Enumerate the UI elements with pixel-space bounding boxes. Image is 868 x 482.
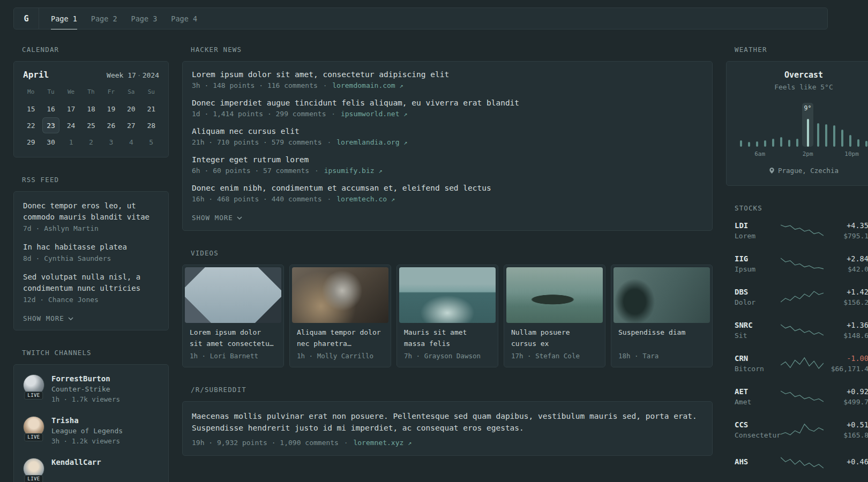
rss-item[interactable]: Sed volutpat nulla nisl, a condimentum n… [23,272,159,304]
video-card[interactable]: Nullam posuere cursus ex 17h · Stefan Co… [504,265,605,367]
subreddit-card[interactable]: Maecenas mollis pulvinar erat non posuer… [182,401,713,456]
stock-values: +2.84% $42.04 [824,254,868,273]
right-column: WEATHER Overcast Feels like 5°C 9° 6am 2… [726,46,868,482]
hn-show-more-button[interactable]: SHOW MORE [192,214,242,222]
rss-card: Donec tempor eros leo, ut commodo mauris… [13,191,169,330]
weather-bar [786,103,793,147]
video-title: Lorem ipsum dolor sit amet consectetu… [185,323,281,349]
tab-page-4[interactable]: Page 4 [171,8,197,29]
stock-sparkline [781,423,824,436]
calendar-weekday: Fr [101,86,121,101]
hn-domain-link[interactable]: ipsumworld.net ↗ [341,110,408,118]
calendar-day: 28 [143,117,160,133]
stock-name: Lorem [735,232,781,240]
hn-story-link[interactable]: Aliquam nec cursus elit [192,127,703,135]
videos-heading: VIDEOS [182,249,713,257]
video-card[interactable]: Aliquam tempor dolor nec pharetra… 1h · … [289,265,391,367]
external-link-icon: ↗ [400,82,403,89]
stock-row[interactable]: IIG Ipsum +2.84% $42.04 [735,253,868,274]
stock-symbol: AHS [735,457,781,466]
post-domain: loremnet.xyz [353,439,403,447]
external-link-icon: ↗ [403,110,407,118]
video-thumbnail [185,267,281,323]
weather-time-label: 6am [754,150,765,157]
calendar-weekday: Th [81,86,101,101]
stock-change: +2.84% [824,254,868,263]
calendar-day-selected: 23 [42,117,59,133]
app-logo[interactable]: G [14,8,39,29]
hackernews-widget: HACKER NEWS Lorem ipsum dolor sit amet, … [182,46,713,231]
dashboard-columns: CALENDAR April Week 17·2024 Mo Tu We Th … [13,46,828,482]
calendar-week-label: Week 17 [107,71,136,79]
hn-meta: 1d · 1,414 points · 299 comments · ipsum… [192,110,703,118]
channel-meta: 3h · 1.2k viewers [51,437,123,445]
weather-bar [745,103,752,147]
hn-item: Aliquam nec cursus elit 21h · 710 points… [192,127,703,146]
hn-meta: 16h · 468 points · 440 comments · loremt… [192,195,703,203]
stock-values: +0.51% $165.84 [824,420,868,439]
hn-domain-link[interactable]: loremtech.co ↗ [336,195,395,203]
video-card[interactable]: Suspendisse diam 18h · Tara [611,265,713,367]
hn-domain: loremlandia.org [336,138,399,146]
weather-time-labels: 6am 2pm 10pm [735,150,868,158]
hn-story-link[interactable]: Donec imperdiet augue tincidunt felis al… [192,99,703,107]
weather-bar [839,103,846,147]
stock-row[interactable]: CRN Bitcorn -1.00% $66,171.48 [735,352,868,374]
stock-price: $156.28 [824,298,868,306]
hn-domain-link[interactable]: ipsumify.biz ↗ [324,167,383,175]
twitch-widget: TWITCH CHANNELS LIVE ForrestBurton Count… [13,349,169,482]
video-thumbnail [292,267,388,323]
hn-story-link[interactable]: Integer eget rutrum lorem [192,155,703,164]
stock-row[interactable]: AET Amet +0.92% $499.72 [735,386,868,407]
weather-bar [770,103,777,147]
twitch-channel[interactable]: LIVE ForrestBurton Counter-Strike 1h · 1… [23,374,159,403]
weather-bar [830,103,837,147]
video-thumbnail [506,267,603,323]
video-card[interactable]: Mauris sit amet massa felis 7h · Grayson… [396,265,498,367]
channel-avatar: LIVE [23,416,44,438]
hackernews-heading: HACKER NEWS [182,46,713,54]
stock-symbol: CRN [735,354,781,363]
rss-show-more-button[interactable]: SHOW MORE [23,314,73,322]
calendar-weekday: Sa [121,86,141,101]
post-domain-link[interactable]: loremnet.xyz ↗ [353,439,411,447]
subreddit-heading: /R/SUBREDDIT [182,386,713,394]
stock-row[interactable]: SNRC Sit +1.36% $148.64 [735,319,868,341]
tab-page-2[interactable]: Page 2 [91,8,117,29]
videos-row: Lorem ipsum dolor sit amet consectetu… 1… [182,265,713,367]
hn-story-link[interactable]: Donec enim nibh, condimentum et accumsan… [192,184,703,192]
video-title: Nullam posuere cursus ex [506,323,603,349]
hn-story-link[interactable]: Lorem ipsum dolor sit amet, consectetur … [192,70,703,79]
chevron-down-icon [68,317,73,320]
location-pin-icon [769,167,775,174]
hn-domain-link[interactable]: loremdomain.com ↗ [332,81,403,89]
page-tabs: Page 1 Page 2 Page 3 Page 4 [39,8,197,29]
calendar-header: April Week 17·2024 [23,70,159,80]
rss-item-meta: 7d · Ashlyn Martin [23,224,159,232]
stocks-heading: STOCKS [726,204,868,212]
hn-domain-link[interactable]: loremlandia.org ↗ [336,138,407,146]
weather-time-label: 10pm [844,150,859,157]
calendar-day: 18 [83,101,100,117]
tab-page-1[interactable]: Page 1 [51,8,77,29]
stock-row[interactable]: AHS +0.46% [735,452,868,473]
external-link-icon: ↗ [408,439,411,447]
stock-values: +0.92% $499.72 [824,387,868,406]
calendar-weekday: Tu [41,86,61,101]
subreddit-widget: /R/SUBREDDIT Maecenas mollis pulvinar er… [182,386,713,456]
separator-dot: · [323,81,327,89]
rss-item[interactable]: In hac habitasse platea 8d · Cynthia Sau… [23,242,159,262]
hn-meta-text: 6h · 60 points · 57 comments [192,167,309,175]
twitch-channel[interactable]: LIVE KendallCarr [23,458,159,479]
stock-row[interactable]: DBS Dolor +1.42% $156.28 [735,286,868,307]
video-card[interactable]: Lorem ipsum dolor sit amet consectetu… 1… [182,265,284,367]
hn-meta-text: 1d · 1,414 points · 299 comments [192,110,326,118]
stock-row[interactable]: CCS Consectetur +0.51% $165.84 [735,419,868,440]
twitch-channel[interactable]: LIVE Trisha League of Legends 3h · 1.2k … [23,416,159,445]
calendar-heading: CALENDAR [13,46,169,54]
stock-row[interactable]: LDI Lorem +4.35% $795.18 [735,220,868,241]
tab-page-3[interactable]: Page 3 [131,8,158,29]
rss-item[interactable]: Donec tempor eros leo, ut commodo mauris… [23,200,159,232]
external-link-icon: ↗ [378,167,382,175]
calendar-day: 24 [63,117,80,133]
